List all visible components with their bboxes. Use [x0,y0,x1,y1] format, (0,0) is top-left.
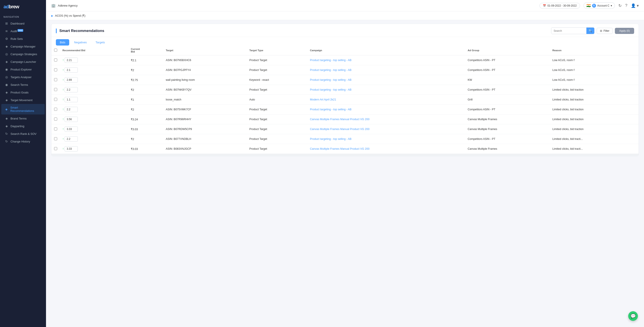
campaign-link-0[interactable]: Product targeting - top selling - AB [310,59,352,62]
current-bid-cell: ₹2 [128,85,163,95]
bid-input-2[interactable] [64,77,78,82]
table-row: ↑ ₹2ASIN: B07PGJPFY4Product TargetProduc… [52,65,638,75]
tab-bids[interactable]: Bids [56,39,69,45]
filter-label: Filter [604,29,610,32]
campaign-link-3[interactable]: Product targeting - top selling - AB [310,88,352,91]
row-checkbox-cell [52,65,60,75]
campaign-link-5[interactable]: Product targeting - top selling - AB [310,108,352,111]
up-arrow-icon: ↑ [62,127,64,131]
current-bid-cell: ₹3.03 [128,144,163,154]
ad-group-cell: Competitors ASIN - PT [465,65,550,75]
campaign-link-2[interactable]: Product targeting - top selling - AB [310,78,352,81]
nav-label-targets-analyser: Targets Analyser [10,75,32,79]
recommended-bid-cell: ↑ [60,124,128,134]
row-checkbox-4[interactable] [54,98,57,101]
help-icon[interactable]: ? [625,3,627,8]
bottom-scrollbar[interactable] [52,154,638,156]
col-campaign: Campaign [307,45,465,55]
sidebar-item-change-history[interactable]: ↻Change History [1,138,45,145]
sidebar-item-rule-sets[interactable]: ⚙Rule Sets [1,35,45,42]
row-checkbox-6[interactable] [54,118,57,121]
acos-arrow-icon: ▶ [51,14,53,17]
bid-input-5[interactable] [64,107,78,112]
campaign-link-8[interactable]: Product targeting - top selling - AB [310,137,352,141]
row-checkbox-8[interactable] [54,137,57,140]
bid-input-9[interactable] [64,146,78,151]
sidebar-item-dashboard[interactable]: ⊞Dashboard [1,20,45,27]
apply-button[interactable]: Apply (0) [615,28,634,34]
sidebar-item-brand-terms[interactable]: ◈Brand Terms [1,115,45,122]
user-icon[interactable]: 👤 ▾ [631,3,639,8]
bid-input-7[interactable] [64,126,78,132]
sidebar-item-product-goals[interactable]: ◈Product Goals [1,89,45,96]
flag-icon: 🇮🇳 [586,3,591,8]
tab-targets[interactable]: Targets [92,39,109,45]
acos-banner[interactable]: ▶ ACOS (%) vs Spend (₹) [46,11,644,20]
row-checkbox-3[interactable] [54,88,57,91]
bid-input-8[interactable] [64,136,78,142]
row-checkbox-cell [52,134,60,144]
col-checkbox [52,45,60,55]
nav-label-smart-recommendations: Smart Recommendations [10,106,41,112]
sidebar-item-dayparting[interactable]: ◈Dayparting [1,122,45,130]
nav-icon-smart-recommendations: ◈ [5,107,8,111]
table-row: ↑ ₹2ASIN: B075VMK7CFProduct TargetProduc… [52,105,638,114]
recommendations-table: Recommended BidCurrentBidTargetTarget Ty… [52,45,638,154]
bid-input-4[interactable] [64,97,78,102]
sidebar-item-campaign-launcher[interactable]: ◈Campaign Launcher [1,58,45,65]
filter-button[interactable]: ⊟ Filter [597,28,613,34]
date-range-selector[interactable]: 📅 01-09-2022 - 30-09-2022 [540,3,580,8]
row-checkbox-9[interactable] [54,147,57,150]
nav-icon-product-goals: ◈ [5,91,8,94]
nav-icon-targets-analyser: ◎ [5,75,8,79]
main-area: 🏢 Adbrew Agency 📅 01-09-2022 - 30-09-202… [46,0,644,327]
bid-input-6[interactable] [64,117,78,122]
nav-label-product-explorer: Product Explorer [10,68,32,71]
search-button[interactable]: 🔍 [586,27,594,34]
campaign-cell: Product targeting - top selling - AB [307,75,465,85]
sidebar-item-audit[interactable]: ≋AuditBeta [1,27,45,35]
campaign-link-4[interactable]: Modern Art April 2k21 [310,98,336,101]
search-input[interactable] [551,28,586,34]
row-checkbox-7[interactable] [54,127,57,130]
nav-label-brand-terms: Brand Terms [10,117,26,120]
sidebar-item-campaign-manager[interactable]: ◈Campaign Manager [1,43,45,50]
recommended-bid-cell: ↑ [60,134,128,144]
tab-negatives[interactable]: Negatives [70,39,91,45]
chat-bubble[interactable]: 💬 [628,311,638,321]
sidebar-item-campaign-strategies[interactable]: ◎Campaign Strategies [1,50,45,58]
account-selector[interactable]: 🇮🇳 5 Account C ▾ [584,2,615,9]
sidebar-item-smart-recommendations[interactable]: ◈Smart Recommendations [1,104,45,114]
sidebar-item-product-explorer[interactable]: ◉Product Explorer [1,66,45,73]
campaign-link-1[interactable]: Product targeting - top selling - AB [310,68,352,72]
row-checkbox-0[interactable] [54,58,57,61]
logo-brew: brew [9,4,19,9]
row-checkbox-1[interactable] [54,68,57,71]
row-checkbox-5[interactable] [54,108,57,111]
select-all-checkbox[interactable] [54,49,57,52]
campaign-link-9[interactable]: Canvas Multiple Frames Manual Product VG… [310,147,370,150]
bid-input-1[interactable] [64,67,78,73]
refresh-icon[interactable]: ↻ [618,3,622,8]
recommended-bid-cell: ↑ [60,65,128,75]
table-row: ↑ ₹2.1ASIN: B07N5BXHC6Product TargetProd… [52,55,638,65]
nav-icon-campaign-manager: ◈ [5,45,8,48]
campaign-link-7[interactable]: Canvas Multiple Frames Manual Product VG… [310,128,370,131]
nav-label-change-history: Change History [10,140,30,143]
sidebar-item-target-movement[interactable]: ◈Target Movement [1,96,45,104]
campaign-link-6[interactable]: Canvas Multiple Frames Manual Product VG… [310,118,370,121]
recommended-bid-cell: ↑ [60,144,128,154]
tabs: BidsNegativesTargets [52,37,638,45]
bid-input-3[interactable] [64,87,78,92]
row-checkbox-2[interactable] [54,78,57,81]
recommended-bid-cell: ↑ [60,95,128,105]
sidebar-item-targets-analyser[interactable]: ◎Targets Analyser [1,73,45,81]
sidebar-item-search-terms[interactable]: ◉Search Terms [1,81,45,88]
recommended-bid-cell: ↑ [60,55,128,65]
nav-icon-audit: ≋ [5,29,8,33]
reason-cell: Low ACoS, room f [550,55,638,65]
nav-icon-target-movement: ◈ [5,98,8,102]
sidebar-item-search-rank-sov[interactable]: ↻Search Rank & SOV [1,130,45,137]
target-cell: ASIN: B07NKBY7QV [163,85,247,95]
bid-input-0[interactable] [64,57,78,63]
